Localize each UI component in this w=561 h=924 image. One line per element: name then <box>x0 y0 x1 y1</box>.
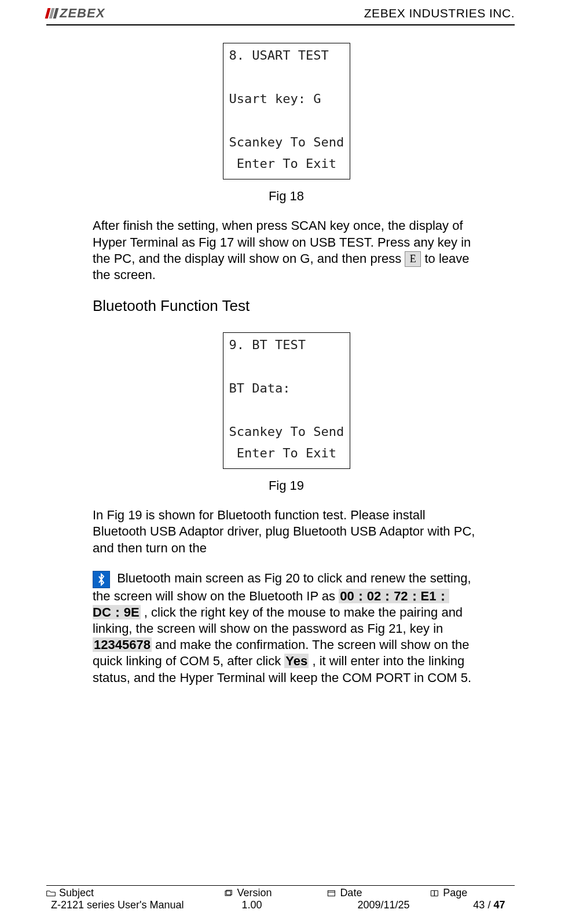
footer-version: 1.00 <box>229 899 344 911</box>
company-name: ZEBEX INDUSTRIES INC. <box>364 6 515 20</box>
footer-label-subject: Subject <box>59 887 94 899</box>
heading-bluetooth: Bluetooth Function Test <box>93 297 480 315</box>
yes-text: Yes <box>284 654 309 668</box>
para2-b: , click the right key of the mouse to ma… <box>93 605 463 636</box>
footer-label-page: Page <box>443 887 467 899</box>
logo: ZEBEX <box>46 6 105 21</box>
logo-text: ZEBEX <box>60 6 105 21</box>
footer-label-version: Version <box>237 887 272 899</box>
para-after-fig18: After finish the setting, when press SCA… <box>93 218 480 283</box>
footer-page: 43 / 47 <box>460 899 558 911</box>
bluetooth-icon <box>93 571 110 588</box>
stack-icon <box>224 889 233 897</box>
fig19-lcd: 9. BT TEST BT Data: Scankey To Send Ente… <box>223 332 350 469</box>
calendar-icon <box>327 889 336 897</box>
keycap-e: E <box>405 251 421 267</box>
para-bluetooth-2: Bluetooth main screen as Fig 20 to click… <box>93 570 480 686</box>
bluetooth-password: 12345678 <box>93 637 152 652</box>
page-header: ZEBEX ZEBEX INDUSTRIES INC. <box>46 0 515 25</box>
logo-bars-icon <box>45 8 59 19</box>
book-icon <box>430 889 439 897</box>
page-footer: Subject Version Date Page Z-2121 series … <box>46 885 515 911</box>
para-bluetooth-1: In Fig 19 is shown for Bluetooth functio… <box>93 507 480 556</box>
fig19-caption: Fig 19 <box>93 478 480 493</box>
footer-label-date: Date <box>340 887 362 899</box>
fig18-lcd: 8. USART TEST Usart key: G Scankey To Se… <box>223 43 350 179</box>
folder-icon <box>46 889 56 897</box>
footer-date: 2009/11/25 <box>344 899 460 911</box>
svg-rect-2 <box>328 890 335 896</box>
footer-subject: Z-2121 series User's Manual <box>46 899 229 911</box>
fig18-caption: Fig 18 <box>93 189 480 204</box>
